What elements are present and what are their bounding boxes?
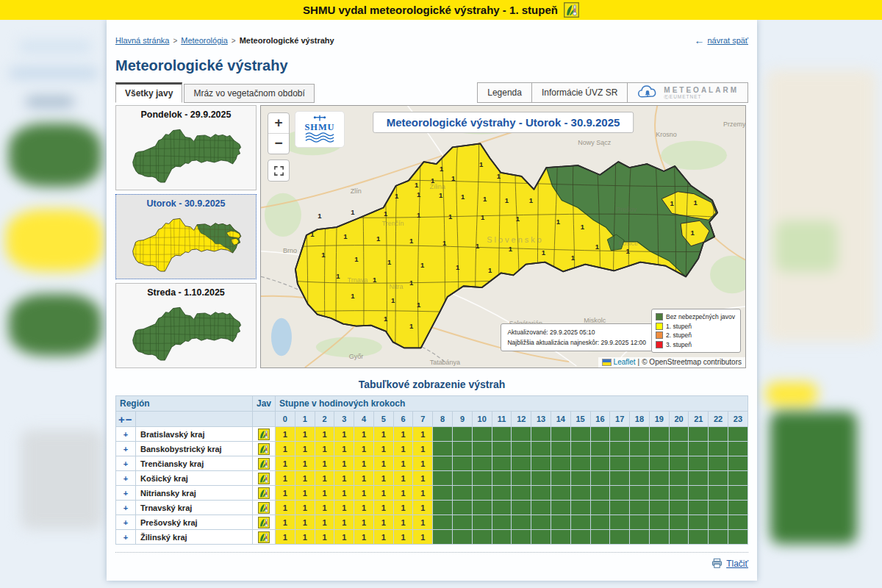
warning-cell-none (630, 427, 650, 442)
empty-header-cell (253, 412, 276, 427)
warning-cell-none (630, 515, 650, 530)
svg-text:1: 1 (479, 160, 483, 168)
warning-cell-none (728, 530, 747, 545)
svg-text:Trnava: Trnava (348, 276, 368, 284)
warning-cell-level-1: 1 (334, 515, 354, 530)
svg-text:1: 1 (431, 176, 434, 184)
warning-banner-text: SHMU vydal meteorologické výstrahy - 1. … (303, 4, 558, 16)
warning-cell-none (551, 471, 570, 486)
jav-column-header: Jav (253, 396, 276, 412)
warning-cell-none (453, 486, 473, 501)
thumbnail-map-monday (120, 120, 252, 187)
warning-cell-level-1: 1 (295, 442, 315, 456)
svg-text:Prešov: Prešov (616, 206, 637, 213)
warning-cell-none (512, 456, 531, 471)
thumbnail-wednesday[interactable]: Streda - 1.10.2025 (115, 283, 257, 368)
zoom-in-button[interactable]: + (268, 113, 289, 134)
leaflet-link[interactable]: Leaflet (614, 358, 636, 366)
warning-cell-none (669, 427, 689, 442)
warning-cell-none (590, 456, 610, 471)
warning-cell-none (728, 471, 747, 486)
row-expand-button[interactable]: + (116, 471, 136, 486)
thumbnail-tuesday-selected[interactable]: Utorok - 30.9.2025 (115, 194, 257, 279)
warning-cell-level-1: 1 (373, 501, 393, 515)
warning-cell-none (472, 530, 492, 545)
svg-text:Tatabánya: Tatabánya (430, 359, 460, 366)
row-expand-button[interactable]: + (116, 530, 136, 545)
warning-map[interactable]: OlomoucOstravaBrnoZlínNowy SączKrosnoPrz… (260, 105, 746, 368)
back-link[interactable]: ← návrat späť (695, 35, 749, 46)
hour-column-2: 2 (315, 412, 334, 427)
row-expand-button[interactable]: + (116, 486, 136, 501)
thumbnail-map-wednesday (120, 298, 252, 365)
warning-cell-none (649, 427, 669, 442)
warning-cell-level-1: 1 (413, 486, 433, 501)
table-header-row: Región Jav Stupne v hodinových krokoch (116, 396, 748, 412)
warning-cell-none (590, 471, 610, 486)
fullscreen-button[interactable] (268, 159, 290, 182)
row-expand-button[interactable]: + (116, 501, 136, 515)
meteoalarm-subtitle: ⒺEUMETNET (664, 94, 739, 99)
steps-column-header: Stupne v hodinových krokoch (276, 396, 748, 412)
warning-banner[interactable]: SHMU vydal meteorologické výstrahy - 1. … (0, 0, 882, 20)
warning-cell-level-1: 1 (295, 515, 315, 530)
table-subheader-row: +− 0123456789101112131415161718192021222… (116, 412, 748, 427)
printer-icon (711, 558, 723, 569)
region-row: +Nitriansky kraj11111111 (116, 486, 748, 501)
row-expand-button[interactable]: + (116, 427, 136, 442)
svg-text:1: 1 (693, 199, 697, 207)
frost-phenomenon-icon (253, 515, 276, 530)
print-link[interactable]: Tlačiť (726, 559, 748, 569)
meteoalarm-link[interactable]: METEOALARM ⒺEUMETNET (628, 82, 748, 103)
warning-cell-level-1: 1 (315, 456, 334, 471)
warning-cell-none (433, 486, 453, 501)
hour-column-14: 14 (551, 412, 570, 427)
legend-button[interactable]: Legenda (477, 82, 532, 103)
frost-phenomenon-icon (253, 486, 276, 501)
warning-cell-none (590, 427, 610, 442)
warning-cell-none (453, 456, 473, 471)
row-expand-button[interactable]: + (116, 442, 136, 456)
legend-item: 1. stupeň (656, 322, 735, 331)
back-link-label[interactable]: návrat späť (708, 36, 749, 45)
svg-text:1: 1 (420, 261, 424, 269)
expand-collapse-all[interactable]: +− (116, 412, 136, 427)
warning-cell-none (570, 442, 590, 456)
warning-cell-level-1: 1 (373, 486, 393, 501)
breadcrumb-home-link[interactable]: Hlavná stránka (115, 36, 169, 45)
svg-text:Przemyśl: Przemyśl (723, 121, 745, 128)
warning-cell-level-1: 1 (393, 501, 413, 515)
row-expand-button[interactable]: + (116, 456, 136, 471)
svg-text:1: 1 (476, 242, 479, 250)
svg-text:1: 1 (384, 315, 387, 323)
warning-cell-none (433, 530, 453, 545)
warning-cell-level-1: 1 (393, 530, 413, 545)
warning-cell-none (709, 486, 728, 501)
warning-cell-none (512, 530, 531, 545)
warning-cell-none (610, 427, 630, 442)
tab-all-phenomena[interactable]: Všetky javy (115, 82, 182, 103)
warning-cell-none (433, 471, 453, 486)
map-attribution: Leaflet | © OpenStreetmap contributors (598, 357, 745, 368)
table-body: +Bratislavský kraj11111111+Banskobystric… (116, 427, 748, 545)
thumbnail-monday[interactable]: Pondelok - 29.9.2025 (115, 105, 257, 190)
warning-cell-none (649, 442, 669, 456)
zoom-out-button[interactable]: − (268, 134, 289, 154)
warning-cell-none (728, 515, 747, 530)
frost-phenomenon-icon (253, 427, 276, 442)
svg-text:Trenčín: Trenčín (382, 220, 404, 227)
tab-frost-vegetation[interactable]: Mráz vo vegetačnom období (184, 84, 314, 103)
row-expand-button[interactable]: + (116, 515, 136, 530)
breadcrumb-current: Meteorologické výstrahy (240, 36, 334, 45)
warning-cell-none (630, 471, 650, 486)
warning-cell-none (531, 442, 551, 456)
warning-cell-none (512, 427, 531, 442)
warning-cell-none (531, 471, 551, 486)
breadcrumb-meteorology-link[interactable]: Meteorológia (181, 36, 228, 45)
warning-cell-level-1: 1 (354, 486, 374, 501)
uvz-info-button[interactable]: Informácie ÚVZ SR (532, 82, 628, 103)
map-title: Meteorologické výstrahy - Utorok - 30.9.… (373, 112, 634, 133)
warning-cell-level-1: 1 (393, 486, 413, 501)
warning-cell-level-1: 1 (393, 427, 413, 442)
warning-cell-none (649, 471, 669, 486)
